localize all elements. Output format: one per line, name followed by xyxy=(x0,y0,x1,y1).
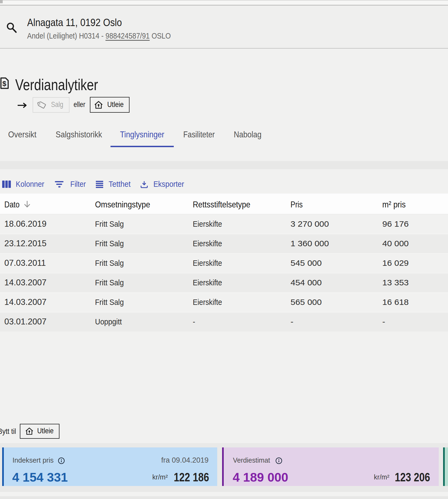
svg-text:$: $ xyxy=(2,80,7,88)
